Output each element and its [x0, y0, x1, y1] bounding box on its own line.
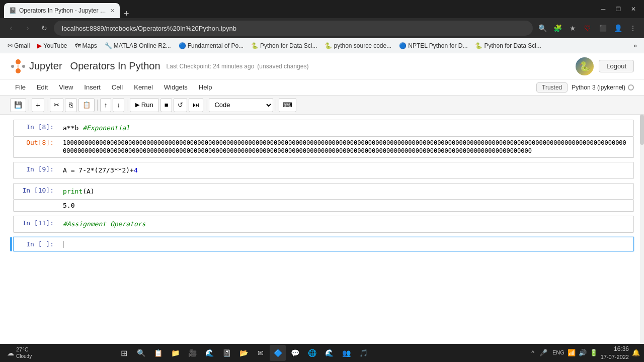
whatsapp-taskbar[interactable]: 💬	[287, 345, 303, 361]
search-icon[interactable]: 🔍	[535, 21, 549, 35]
cell-10-input: In [10]: print(A)	[10, 183, 634, 200]
tampermonkey-icon[interactable]: 🛡	[581, 21, 595, 35]
stop-button[interactable]: ■	[160, 98, 173, 112]
new-tab-button[interactable]: +	[120, 9, 133, 18]
move-up-button[interactable]: ↑	[100, 98, 112, 112]
fundamental-favicon: 🔵	[179, 42, 186, 49]
menu-widgets[interactable]: Widgets	[159, 81, 193, 93]
cell-8-input: In [8]: a**b #Exponential	[10, 120, 634, 137]
extension-icon-2[interactable]: ⬛	[596, 21, 610, 35]
toolbar-separator-6	[276, 100, 276, 111]
add-cell-button[interactable]: +	[32, 98, 44, 112]
bookmark-maps[interactable]: 🗺 Maps	[71, 41, 101, 50]
battery-tray[interactable]: 🔋	[590, 349, 598, 356]
scrollbar-thumb[interactable]	[640, 115, 644, 145]
move-down-button[interactable]: ↓	[113, 98, 124, 112]
cell-9-code[interactable]: A = 7-2*(27/3**2)+4	[59, 162, 633, 178]
task-view-button[interactable]: 📋	[150, 345, 166, 361]
mic-tray[interactable]: 🎤	[537, 347, 549, 359]
teams2-taskbar[interactable]: 👥	[338, 345, 354, 361]
address-bar[interactable]: localhost:8889/notebooks/Operators%20In%…	[54, 21, 533, 36]
notification-button[interactable]: 🔔	[632, 349, 640, 356]
mail-taskbar[interactable]: ✉	[253, 345, 269, 361]
edge-taskbar[interactable]: 🌊	[201, 345, 217, 361]
bookmark-gmail[interactable]: ✉ Gmail	[4, 41, 33, 50]
bookmark-icon[interactable]: ★	[566, 21, 580, 35]
hidden-icons-button[interactable]: ^	[531, 349, 534, 356]
menu-edit[interactable]: Edit	[32, 81, 53, 93]
bookmark-python2[interactable]: 🐍 Python for Data Sci...	[471, 41, 544, 50]
file-explorer-taskbar[interactable]: 📁	[167, 345, 183, 361]
cell-new-wrapper[interactable]: In [ ]:	[13, 237, 634, 252]
bookmark-python1[interactable]: 🐍 Python for Data Sci...	[248, 41, 320, 50]
notebook-toolbar: 💾 + ✂ ⎘ 📋 ↑ ↓ ▶ Run ■ ↺ ⏭ Code Markdown …	[0, 96, 644, 115]
fast-forward-button[interactable]: ⏭	[189, 98, 203, 112]
cell-new-code[interactable]	[59, 237, 633, 251]
files-taskbar[interactable]: 📂	[235, 345, 252, 361]
cell-8-code[interactable]: a**b #Exponential	[59, 120, 633, 136]
keyboard-shortcuts-button[interactable]: ⌨	[279, 98, 296, 112]
menu-view[interactable]: View	[54, 81, 78, 93]
back-button[interactable]: ‹	[4, 21, 18, 35]
bookmark-nptel[interactable]: 🔵 NPTEL Python for D...	[395, 41, 471, 50]
maximize-button[interactable]: ❐	[612, 3, 625, 16]
search-button[interactable]: 🔍	[133, 345, 149, 361]
logout-button[interactable]: Logout	[599, 60, 634, 72]
bookmark-fundamental[interactable]: 🔵 Fundamental of Po...	[175, 41, 247, 50]
profile-icon[interactable]: 👤	[611, 21, 625, 35]
media-app-taskbar[interactable]: 🎥	[184, 345, 200, 361]
clock-display[interactable]: 16:36 17-07-2022	[601, 345, 629, 360]
msedge2-taskbar[interactable]: 🌊	[321, 345, 337, 361]
onenote-taskbar[interactable]: 📓	[218, 345, 234, 361]
run-button[interactable]: ▶ Run	[130, 98, 159, 112]
toolbar-separator-5	[206, 100, 206, 111]
scrollbar-track[interactable]	[640, 115, 644, 362]
menu-help[interactable]: Help	[194, 81, 217, 93]
start-button[interactable]: ⊞	[116, 345, 132, 361]
cell-new-input-row: In [ ]:	[14, 237, 633, 251]
cell-11-wrapper[interactable]: In [11]: #Assignment Operators	[13, 216, 634, 233]
menu-icon[interactable]: ⋮	[626, 21, 640, 35]
cut-button[interactable]: ✂	[50, 98, 63, 112]
trusted-button[interactable]: Trusted	[536, 82, 568, 93]
sound-tray[interactable]: 🔊	[579, 349, 587, 356]
cell-10-code[interactable]: print(A)	[59, 184, 633, 200]
paste-button[interactable]: 📋	[78, 98, 95, 112]
tab-close-icon[interactable]: ✕	[110, 8, 115, 14]
notebook-title[interactable]: Operators In Python	[70, 60, 160, 72]
active-tab[interactable]: 📓 Operators In Python - Jupyter N... ✕	[4, 3, 120, 18]
weather-widget[interactable]: ☁ 27°C Cloudy	[4, 345, 35, 360]
extensions-icon[interactable]: 🧩	[550, 21, 565, 35]
cell-new-left-bar	[10, 237, 12, 252]
bookmark-youtube[interactable]: ▶ YouTube	[34, 41, 70, 50]
teams-taskbar[interactable]: 🔷	[270, 345, 286, 361]
close-button[interactable]: ✕	[627, 3, 640, 16]
save-button[interactable]: 💾	[10, 98, 26, 112]
reload-button[interactable]: ↻	[37, 21, 51, 35]
audio-taskbar[interactable]: 🎵	[355, 345, 371, 361]
minimize-button[interactable]: ─	[597, 3, 610, 16]
cell-type-select[interactable]: Code Markdown Raw NBConvert	[209, 98, 273, 112]
copy-button[interactable]: ⎘	[65, 98, 77, 112]
menu-kernel[interactable]: Kernel	[129, 81, 158, 93]
taskbar-apps: ⊞ 🔍 📋 📁 🎥 🌊 📓 📂 ✉ 🔷 💬 🌐 🌊 👥 🎵	[116, 345, 371, 361]
cell-10-wrapper[interactable]: In [10]: print(A)	[13, 183, 634, 200]
bookmark-matlab[interactable]: 🔧 MATLAB Online R2...	[101, 41, 175, 50]
forward-button[interactable]: ›	[21, 21, 35, 35]
cell-11-code[interactable]: #Assignment Operators	[59, 216, 633, 232]
menu-insert[interactable]: Insert	[79, 81, 106, 93]
address-text: localhost:8889/notebooks/Operators%20In%…	[62, 25, 236, 32]
restart-button[interactable]: ↺	[174, 98, 187, 112]
bookmark-pycode[interactable]: 🐍 python source code...	[321, 41, 395, 50]
notebook-content[interactable]: In [8]: a**b #Exponential Out[8]: 100000…	[0, 115, 644, 362]
cell-9-wrapper[interactable]: In [9]: A = 7-2*(27/3**2)+4	[13, 162, 634, 179]
wifi-tray[interactable]: 📶	[568, 349, 576, 356]
chrome-taskbar[interactable]: 🌐	[304, 345, 320, 361]
cell-8-wrapper[interactable]: In [8]: a**b #Exponential	[13, 120, 634, 137]
nptel-label: NPTEL Python for D...	[408, 42, 467, 49]
language-indicator[interactable]: ENG	[552, 349, 565, 356]
menu-cell[interactable]: Cell	[107, 81, 128, 93]
menu-file[interactable]: File	[10, 81, 31, 93]
pycode-label: python source code...	[334, 42, 391, 49]
more-bookmarks[interactable]: »	[630, 41, 640, 50]
